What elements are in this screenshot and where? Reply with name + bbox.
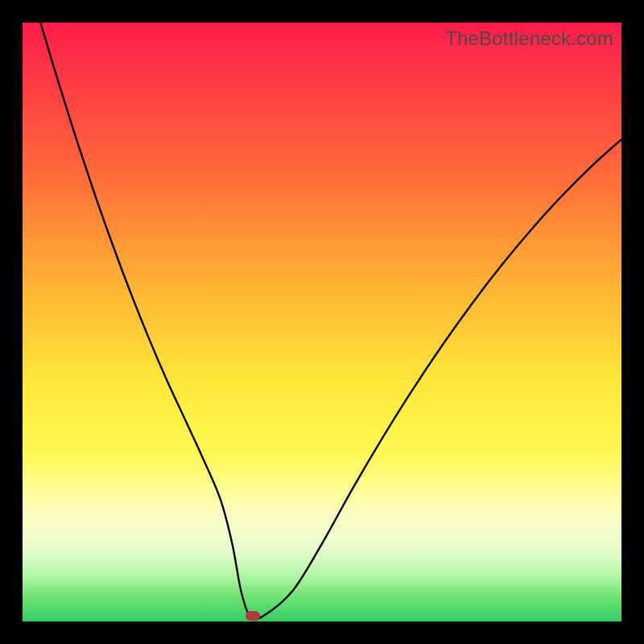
plot-area: TheBottleneck.com [23,23,621,621]
bottleneck-curve [23,23,621,621]
optimal-marker [246,611,260,621]
outer-frame: TheBottleneck.com [0,0,644,644]
